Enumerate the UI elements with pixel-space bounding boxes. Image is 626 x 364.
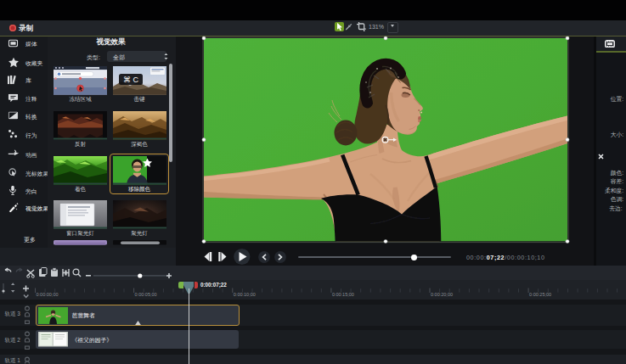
svg-text:0:00:15;00: 0:00:15;00 bbox=[332, 292, 354, 297]
svg-text:⌘ C: ⌘ C bbox=[123, 76, 139, 84]
svg-text:0:00:10;00: 0:00:10;00 bbox=[234, 292, 256, 297]
svg-text:0:00:00;00: 0:00:00;00 bbox=[37, 292, 59, 297]
svg-text:0:00:25;00: 0:00:25;00 bbox=[529, 292, 551, 297]
svg-text:0:00:20;00: 0:00:20;00 bbox=[431, 292, 453, 297]
svg-text:0:00:05;00: 0:00:05;00 bbox=[135, 292, 157, 297]
